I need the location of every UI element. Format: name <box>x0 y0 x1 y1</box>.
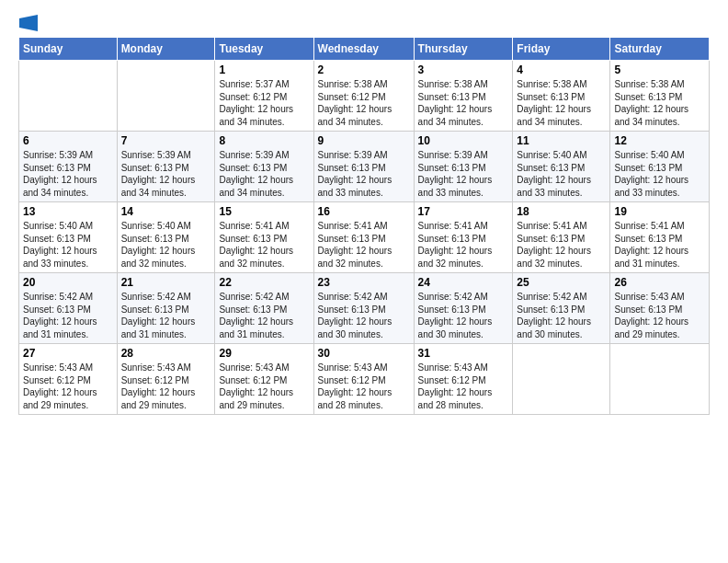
day-info: Sunrise: 5:38 AM Sunset: 6:12 PM Dayligh… <box>318 78 410 128</box>
day-cell: 3Sunrise: 5:38 AM Sunset: 6:13 PM Daylig… <box>414 61 513 132</box>
weekday-header-wednesday: Wednesday <box>313 38 414 61</box>
day-cell: 17Sunrise: 5:41 AM Sunset: 6:13 PM Dayli… <box>414 202 513 273</box>
day-number: 16 <box>318 205 410 218</box>
day-info: Sunrise: 5:42 AM Sunset: 6:13 PM Dayligh… <box>517 291 606 340</box>
day-info: Sunrise: 5:41 AM Sunset: 6:13 PM Dayligh… <box>517 220 606 270</box>
day-number: 24 <box>418 276 509 289</box>
day-cell: 19Sunrise: 5:41 AM Sunset: 6:13 PM Dayli… <box>610 202 710 273</box>
day-info: Sunrise: 5:43 AM Sunset: 6:13 PM Dayligh… <box>614 291 705 340</box>
day-number: 19 <box>614 205 705 218</box>
day-number: 15 <box>219 205 309 218</box>
day-info: Sunrise: 5:42 AM Sunset: 6:13 PM Dayligh… <box>219 291 309 340</box>
day-number: 5 <box>614 63 705 76</box>
day-info: Sunrise: 5:43 AM Sunset: 6:12 PM Dayligh… <box>23 362 113 411</box>
day-cell: 11Sunrise: 5:40 AM Sunset: 6:13 PM Dayli… <box>513 132 610 202</box>
day-info: Sunrise: 5:41 AM Sunset: 6:13 PM Dayligh… <box>614 220 705 270</box>
day-info: Sunrise: 5:42 AM Sunset: 6:13 PM Dayligh… <box>318 291 410 340</box>
day-cell: 12Sunrise: 5:40 AM Sunset: 6:13 PM Dayli… <box>610 132 710 202</box>
day-cell: 5Sunrise: 5:38 AM Sunset: 6:13 PM Daylig… <box>610 61 710 132</box>
svg-marker-0 <box>19 15 38 31</box>
day-info: Sunrise: 5:38 AM Sunset: 6:13 PM Dayligh… <box>614 78 705 128</box>
day-cell <box>513 344 610 415</box>
day-info: Sunrise: 5:40 AM Sunset: 6:13 PM Dayligh… <box>121 220 211 270</box>
day-number: 22 <box>219 276 309 289</box>
day-info: Sunrise: 5:37 AM Sunset: 6:12 PM Dayligh… <box>219 78 309 128</box>
day-info: Sunrise: 5:43 AM Sunset: 6:12 PM Dayligh… <box>318 362 410 411</box>
weekday-header-saturday: Saturday <box>610 38 710 61</box>
day-number: 7 <box>121 134 211 147</box>
week-row-1: 1Sunrise: 5:37 AM Sunset: 6:12 PM Daylig… <box>19 61 710 132</box>
day-cell: 24Sunrise: 5:42 AM Sunset: 6:13 PM Dayli… <box>414 273 513 344</box>
day-info: Sunrise: 5:40 AM Sunset: 6:13 PM Dayligh… <box>23 220 113 270</box>
day-number: 18 <box>517 205 606 218</box>
day-cell <box>19 61 118 132</box>
day-info: Sunrise: 5:43 AM Sunset: 6:12 PM Dayligh… <box>418 362 509 411</box>
day-cell: 29Sunrise: 5:43 AM Sunset: 6:12 PM Dayli… <box>215 344 313 415</box>
day-info: Sunrise: 5:42 AM Sunset: 6:13 PM Dayligh… <box>121 291 211 340</box>
weekday-header-friday: Friday <box>513 38 610 61</box>
day-cell: 20Sunrise: 5:42 AM Sunset: 6:13 PM Dayli… <box>19 273 118 344</box>
day-cell: 1Sunrise: 5:37 AM Sunset: 6:12 PM Daylig… <box>215 61 313 132</box>
day-cell: 15Sunrise: 5:41 AM Sunset: 6:13 PM Dayli… <box>215 202 313 273</box>
day-number: 10 <box>418 134 509 147</box>
day-number: 29 <box>219 347 309 360</box>
day-cell: 9Sunrise: 5:39 AM Sunset: 6:13 PM Daylig… <box>313 132 414 202</box>
week-row-3: 13Sunrise: 5:40 AM Sunset: 6:13 PM Dayli… <box>19 202 710 273</box>
weekday-header-tuesday: Tuesday <box>215 38 313 61</box>
day-cell: 2Sunrise: 5:38 AM Sunset: 6:12 PM Daylig… <box>313 61 414 132</box>
day-number: 31 <box>418 347 509 360</box>
day-cell: 13Sunrise: 5:40 AM Sunset: 6:13 PM Dayli… <box>19 202 118 273</box>
day-number: 25 <box>517 276 606 289</box>
day-cell: 22Sunrise: 5:42 AM Sunset: 6:13 PM Dayli… <box>215 273 313 344</box>
day-cell: 23Sunrise: 5:42 AM Sunset: 6:13 PM Dayli… <box>313 273 414 344</box>
day-info: Sunrise: 5:38 AM Sunset: 6:13 PM Dayligh… <box>418 78 509 128</box>
day-number: 12 <box>614 134 705 147</box>
day-info: Sunrise: 5:43 AM Sunset: 6:12 PM Dayligh… <box>219 362 309 411</box>
day-info: Sunrise: 5:38 AM Sunset: 6:13 PM Dayligh… <box>517 78 606 128</box>
day-number: 30 <box>318 347 410 360</box>
week-row-4: 20Sunrise: 5:42 AM Sunset: 6:13 PM Dayli… <box>19 273 710 344</box>
day-cell: 26Sunrise: 5:43 AM Sunset: 6:13 PM Dayli… <box>610 273 710 344</box>
day-number: 20 <box>23 276 113 289</box>
day-info: Sunrise: 5:39 AM Sunset: 6:13 PM Dayligh… <box>318 149 410 199</box>
weekday-header-thursday: Thursday <box>414 38 513 61</box>
day-cell: 6Sunrise: 5:39 AM Sunset: 6:13 PM Daylig… <box>19 132 118 202</box>
day-info: Sunrise: 5:41 AM Sunset: 6:13 PM Dayligh… <box>418 220 509 270</box>
day-cell: 10Sunrise: 5:39 AM Sunset: 6:13 PM Dayli… <box>414 132 513 202</box>
header <box>18 15 710 31</box>
day-cell: 25Sunrise: 5:42 AM Sunset: 6:13 PM Dayli… <box>513 273 610 344</box>
day-number: 27 <box>23 347 113 360</box>
day-number: 14 <box>121 205 211 218</box>
day-cell: 7Sunrise: 5:39 AM Sunset: 6:13 PM Daylig… <box>117 132 215 202</box>
weekday-header-sunday: Sunday <box>19 38 118 61</box>
week-row-2: 6Sunrise: 5:39 AM Sunset: 6:13 PM Daylig… <box>19 132 710 202</box>
day-cell: 8Sunrise: 5:39 AM Sunset: 6:13 PM Daylig… <box>215 132 313 202</box>
day-number: 4 <box>517 63 606 76</box>
calendar: SundayMondayTuesdayWednesdayThursdayFrid… <box>18 37 710 415</box>
day-number: 17 <box>418 205 509 218</box>
day-number: 8 <box>219 134 309 147</box>
day-cell: 4Sunrise: 5:38 AM Sunset: 6:13 PM Daylig… <box>513 61 610 132</box>
day-number: 6 <box>23 134 113 147</box>
day-info: Sunrise: 5:39 AM Sunset: 6:13 PM Dayligh… <box>219 149 309 199</box>
day-info: Sunrise: 5:42 AM Sunset: 6:13 PM Dayligh… <box>23 291 113 340</box>
logo-bird-icon <box>19 15 38 31</box>
day-cell: 16Sunrise: 5:41 AM Sunset: 6:13 PM Dayli… <box>313 202 414 273</box>
day-info: Sunrise: 5:39 AM Sunset: 6:13 PM Dayligh… <box>418 149 509 199</box>
day-number: 21 <box>121 276 211 289</box>
day-info: Sunrise: 5:39 AM Sunset: 6:13 PM Dayligh… <box>23 149 113 199</box>
day-cell: 18Sunrise: 5:41 AM Sunset: 6:13 PM Dayli… <box>513 202 610 273</box>
week-row-5: 27Sunrise: 5:43 AM Sunset: 6:12 PM Dayli… <box>19 344 710 415</box>
day-number: 3 <box>418 63 509 76</box>
page: SundayMondayTuesdayWednesdayThursdayFrid… <box>0 0 728 563</box>
weekday-header-monday: Monday <box>117 38 215 61</box>
day-number: 26 <box>614 276 705 289</box>
day-cell <box>610 344 710 415</box>
day-info: Sunrise: 5:43 AM Sunset: 6:12 PM Dayligh… <box>121 362 211 411</box>
day-cell <box>117 61 215 132</box>
day-cell: 14Sunrise: 5:40 AM Sunset: 6:13 PM Dayli… <box>117 202 215 273</box>
day-info: Sunrise: 5:41 AM Sunset: 6:13 PM Dayligh… <box>318 220 410 270</box>
day-info: Sunrise: 5:42 AM Sunset: 6:13 PM Dayligh… <box>418 291 509 340</box>
day-number: 2 <box>318 63 410 76</box>
day-number: 23 <box>318 276 410 289</box>
